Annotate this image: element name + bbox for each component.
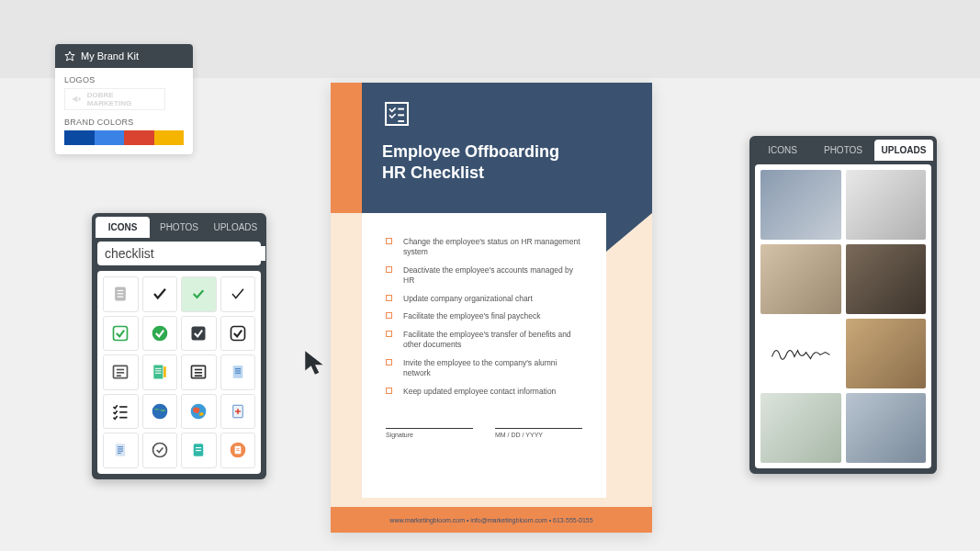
checklist-item: Invite the employee to the company's alu… [386, 358, 582, 379]
svg-rect-43 [196, 447, 201, 448]
bullet-list-check-icon[interactable] [103, 394, 139, 430]
megaphone-icon [71, 93, 84, 106]
globe-blue-icon[interactable] [142, 394, 178, 430]
svg-rect-16 [155, 368, 162, 369]
checklist-item-text: Keep updated employee contact informatio… [403, 387, 556, 397]
checkbox-icon [386, 388, 392, 394]
document-blue-icon[interactable] [220, 354, 256, 390]
logo-text: DOBRE MARKETING [87, 91, 159, 107]
svg-rect-37 [118, 447, 123, 448]
checklist-item: Keep updated employee contact informatio… [386, 387, 582, 397]
checkbox-icon [386, 331, 392, 337]
checkbox-icon [386, 359, 392, 365]
document-canvas[interactable]: Employee Offboarding HR Checklist Change… [331, 83, 652, 533]
date-label: MM / DD / YYYY [495, 432, 582, 438]
clipboard-plus-icon[interactable] [220, 394, 256, 430]
svg-rect-10 [231, 326, 244, 340]
checklist-item-text: Update company organizational chart [403, 294, 533, 304]
icon-search-input[interactable] [105, 246, 265, 261]
svg-point-31 [152, 403, 167, 419]
list-lines-dark-icon[interactable] [181, 354, 217, 390]
svg-rect-9 [192, 326, 206, 340]
uploads-panel: ICONS PHOTOS UPLOADS [749, 136, 937, 474]
logo-sample[interactable]: DOBRE MARKETING [64, 88, 165, 110]
svg-rect-40 [118, 453, 121, 454]
brand-kit-header: My Brand Kit [55, 44, 193, 68]
checkbox-icon [386, 312, 392, 319]
signature-label: Signature [386, 432, 473, 438]
date-line [495, 428, 582, 429]
upload-thumb-man-desk-side[interactable] [846, 244, 927, 314]
doc-body: Change the employee's status on HR manag… [362, 213, 606, 498]
upload-thumb-two-people-laptop[interactable] [846, 393, 927, 463]
doc-fold-corner [606, 213, 652, 252]
list-lines-icon[interactable] [103, 354, 139, 390]
swatch[interactable] [154, 130, 185, 145]
upload-thumb-desk-flatlay[interactable] [846, 170, 927, 240]
brand-color-swatches [64, 130, 184, 145]
doc-title: Employee Offboarding HR Checklist [382, 141, 632, 185]
svg-rect-19 [163, 366, 166, 377]
upload-thumb-woman-laptop[interactable] [760, 244, 841, 314]
cursor-icon [303, 349, 327, 377]
signature-row: Signature MM / DD / YYYY [386, 428, 582, 438]
checkbox-icon [386, 238, 392, 244]
checkbox-green-filled-icon[interactable] [181, 276, 217, 312]
svg-rect-4 [118, 290, 124, 291]
svg-rect-38 [118, 449, 123, 450]
swatch[interactable] [64, 130, 95, 145]
upload-thumb-signature-script[interactable] [760, 319, 841, 388]
clipboard-list-grey-icon[interactable] [103, 276, 139, 312]
swatch[interactable] [95, 130, 125, 145]
tab-icons[interactable]: ICONS [96, 217, 150, 238]
checkbox-outline-icon[interactable] [220, 316, 256, 352]
checkbox-green-outline-icon[interactable] [103, 316, 139, 352]
icon-grid [97, 271, 261, 474]
checklist-item-text: Facilitate the employee's final paycheck [403, 311, 541, 321]
tab-photos[interactable]: PHOTOS [152, 217, 206, 238]
doc-header: Employee Offboarding HR Checklist [362, 83, 652, 213]
checklist-icon [382, 99, 411, 129]
tab-uploads[interactable]: UPLOADS [874, 140, 933, 161]
upload-thumb-office-meeting[interactable] [760, 170, 841, 240]
svg-rect-35 [235, 410, 241, 412]
svg-rect-44 [196, 450, 201, 451]
clipboard-teal-icon[interactable] [181, 433, 217, 468]
tab-icons[interactable]: ICONS [753, 140, 812, 161]
clipboard-pencil-icon[interactable] [142, 354, 178, 390]
tab-uploads[interactable]: UPLOADS [208, 217, 263, 238]
check-circle-green-icon[interactable] [142, 316, 178, 352]
logos-label: LOGOS [64, 75, 184, 84]
check-circle-outline-icon[interactable] [142, 433, 178, 468]
checkmark-thin-icon[interactable] [220, 276, 256, 312]
checklist-item: Facilitate the employee's transfer of be… [386, 330, 582, 351]
svg-rect-7 [114, 326, 128, 340]
svg-marker-0 [65, 51, 74, 61]
icons-panel: ICONS PHOTOS UPLOADS [92, 213, 266, 479]
swatch[interactable] [124, 130, 154, 145]
brand-kit-panel: My Brand Kit LOGOS DOBRE MARKETING BRAND… [55, 44, 193, 154]
svg-rect-36 [116, 444, 126, 457]
checklist-item: Change the employee's status on HR manag… [386, 237, 582, 258]
globe-color-icon[interactable] [181, 394, 217, 430]
checkmark-black-icon[interactable] [142, 276, 178, 312]
icon-search-row [97, 242, 261, 265]
upload-thumb-dog-laptop[interactable] [846, 319, 927, 388]
brand-kit-title: My Brand Kit [81, 51, 139, 62]
clipboard-lines-blue-icon[interactable] [103, 433, 139, 468]
tab-photos[interactable]: PHOTOS [814, 140, 873, 161]
brand-colors-label: BRAND COLORS [64, 118, 184, 127]
star-icon [64, 51, 75, 62]
svg-rect-24 [233, 366, 243, 379]
checklist-item-text: Change the employee's status on HR manag… [403, 237, 582, 258]
checklist-item-text: Deactivate the employee's accounts manag… [403, 265, 582, 287]
uploads-grid [755, 164, 931, 468]
svg-rect-25 [235, 369, 241, 370]
upload-thumb-plant-keyboard[interactable] [760, 393, 841, 463]
svg-rect-39 [118, 451, 123, 452]
checkbox-dark-filled-icon[interactable] [181, 316, 217, 352]
svg-rect-26 [235, 371, 241, 372]
clipboard-orange-icon[interactable] [220, 433, 256, 468]
svg-rect-5 [118, 293, 124, 294]
icons-panel-tabs: ICONS PHOTOS UPLOADS [96, 217, 263, 238]
